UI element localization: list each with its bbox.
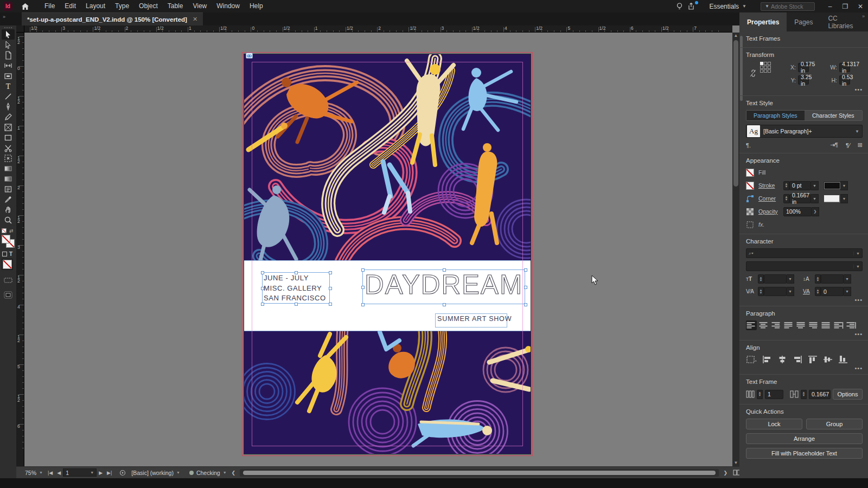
content-collector-tool[interactable] <box>2 70 15 81</box>
tracking-stepper[interactable]: ▲▼ <box>815 287 821 296</box>
pilcrow-options-icon[interactable]: ¶. <box>746 142 751 149</box>
corner-radius-stepper[interactable]: ▲▼ <box>783 194 789 203</box>
line-tool[interactable] <box>2 91 15 101</box>
workspace-switcher[interactable]: Essentials ▼ <box>703 3 753 10</box>
postcard-artwork-top[interactable] <box>244 54 531 260</box>
inset-stepper[interactable]: ▲▼ <box>801 390 807 399</box>
panel-tab-cc-libraries[interactable]: CC Libraries <box>820 12 868 31</box>
opacity-link[interactable]: Opacity <box>758 208 783 215</box>
align-bottom-icon[interactable] <box>837 355 849 364</box>
effects-fx-icon[interactable]: fx. <box>758 221 764 228</box>
corner-shape-swatch[interactable] <box>824 195 840 202</box>
swap-fill-stroke-icon[interactable]: ⇄ <box>9 228 14 234</box>
chevron-down-icon[interactable]: ▼ <box>811 181 819 190</box>
share-icon[interactable] <box>685 2 697 11</box>
search-input[interactable] <box>771 3 813 10</box>
vertical-ruler[interactable]: 120121122123124125126 <box>16 33 24 466</box>
stroke-weight-stepper[interactable]: ▲▼ <box>783 181 789 190</box>
linked-image-badge-icon[interactable] <box>246 53 253 59</box>
pen-tool[interactable] <box>2 101 15 112</box>
y-input[interactable]: 3.25 in <box>798 75 809 85</box>
constrain-proportions-icon[interactable] <box>746 69 760 77</box>
stroke-weight-input[interactable]: 0 pt <box>789 181 811 190</box>
inset-input[interactable]: 0.1667 <box>809 390 831 399</box>
opacity-input[interactable]: 100% <box>783 207 812 216</box>
stroke-style-swatch[interactable] <box>824 182 840 189</box>
chevron-down-icon[interactable]: ▼ <box>811 194 819 203</box>
stroke-link[interactable]: Stroke <box>758 182 783 189</box>
tab-character-styles[interactable]: Character Styles <box>805 111 863 120</box>
columns-stepper[interactable]: ▲▼ <box>757 390 763 399</box>
close-button[interactable]: ✕ <box>853 0 868 12</box>
font-size-input[interactable] <box>764 274 787 284</box>
document-page[interactable]: JUNE - JULY MISC. GALLERY SAN FRANCISCO … <box>244 54 531 454</box>
tab-paragraph-styles[interactable]: Paragraph Styles <box>746 111 805 120</box>
venue-text[interactable]: JUNE - JULY MISC. GALLERY SAN FRANCISCO <box>264 273 326 304</box>
document-tab[interactable]: *set-up-a-postcard_END_V2.indd @ 150% [C… <box>22 12 203 25</box>
vertical-scroll-thumb[interactable] <box>733 40 738 187</box>
reference-point-selector[interactable] <box>760 62 770 73</box>
leading-input[interactable] <box>821 274 844 284</box>
eyedropper-tool[interactable] <box>2 194 15 204</box>
redefine-style-icon[interactable]: ⇥¶ <box>830 142 838 149</box>
free-transform-tool[interactable] <box>2 153 15 163</box>
apply-none-swatch[interactable] <box>3 260 12 269</box>
selection-handle[interactable] <box>329 287 332 290</box>
font-style-dropdown[interactable]: ▼ <box>746 261 863 271</box>
align-justify-left-icon[interactable] <box>783 320 794 330</box>
screen-mode-icon[interactable] <box>4 291 12 301</box>
corner-icon[interactable] <box>746 195 754 203</box>
previous-page-button[interactable]: ◀ <box>57 470 61 476</box>
menu-help[interactable]: Help <box>245 0 268 12</box>
selection-handle[interactable] <box>329 271 332 274</box>
chevron-down-icon[interactable]: ▼ <box>840 194 848 203</box>
kerning-stepper[interactable]: ▲▼ <box>758 287 764 296</box>
vertical-scrollbar[interactable]: ▲ ▼ <box>732 33 739 466</box>
align-away-spine-icon[interactable] <box>846 320 857 330</box>
tracking-input[interactable]: 0 <box>821 287 844 296</box>
formatting-affects-text-icon[interactable]: T <box>9 251 12 257</box>
menu-layout[interactable]: Layout <box>81 0 110 12</box>
align-center-v-icon[interactable] <box>822 355 834 364</box>
title-text[interactable]: DAYDREAM <box>363 269 526 303</box>
gradient-feather-tool[interactable] <box>2 174 15 184</box>
selection-handle[interactable] <box>524 303 527 306</box>
font-family-dropdown[interactable]: ⌕▾▼ <box>746 248 863 258</box>
scroll-right-icon[interactable]: ❯ <box>723 470 727 476</box>
zoom-level[interactable]: 75% <box>25 470 36 476</box>
menu-type[interactable]: Type <box>110 0 134 12</box>
more-options-icon[interactable]: ••• <box>854 365 863 371</box>
pencil-tool[interactable] <box>2 112 15 122</box>
chevron-down-icon[interactable]: ▼ <box>844 274 851 284</box>
postcard-artwork-bottom[interactable] <box>244 331 531 454</box>
view-options-icon[interactable] <box>4 276 12 286</box>
type-tool[interactable]: T <box>2 81 15 91</box>
horizontal-ruler[interactable]: 1/231/221/211/201/211/221/231/241/251/26… <box>24 25 732 33</box>
page-number-field[interactable]: 1 ▼ <box>63 468 97 477</box>
next-page-button[interactable]: ▶ <box>99 470 103 476</box>
fill-color-swatch[interactable] <box>746 169 754 177</box>
more-options-icon[interactable]: ••• <box>854 331 863 337</box>
columns-input[interactable]: 1 <box>765 390 783 399</box>
align-justify-center-icon[interactable] <box>796 320 807 330</box>
align-justify-right-icon[interactable] <box>808 320 819 330</box>
corner-radius-input[interactable]: 0.1667 in <box>789 194 811 203</box>
preflight-preset[interactable]: [Basic] (working) <box>131 470 174 476</box>
selection-handle[interactable] <box>361 303 365 306</box>
selection-handle[interactable] <box>443 303 446 306</box>
w-input[interactable]: 4.1317 in <box>839 63 850 72</box>
align-toward-spine-icon[interactable] <box>833 320 844 330</box>
paragraph-style-dropdown[interactable]: Ag [Basic Paragraph]+ ▼ <box>746 125 863 138</box>
menu-table[interactable]: Table <box>163 0 188 12</box>
pasteboard[interactable]: JUNE - JULY MISC. GALLERY SAN FRANCISCO … <box>24 33 732 466</box>
fill-swatch[interactable] <box>2 235 10 243</box>
default-fill-stroke-icon[interactable] <box>2 228 7 233</box>
direct-selection-tool[interactable] <box>2 40 15 50</box>
chevron-down-icon[interactable]: ▼ <box>787 274 794 284</box>
last-page-button[interactable]: ▶| <box>107 470 112 476</box>
home-icon[interactable] <box>19 2 31 11</box>
scroll-down-icon[interactable]: ▼ <box>732 460 739 466</box>
preflight-icon[interactable] <box>119 470 126 476</box>
new-style-icon[interactable]: ⊞ <box>858 142 863 149</box>
selection-handle[interactable] <box>329 303 332 306</box>
